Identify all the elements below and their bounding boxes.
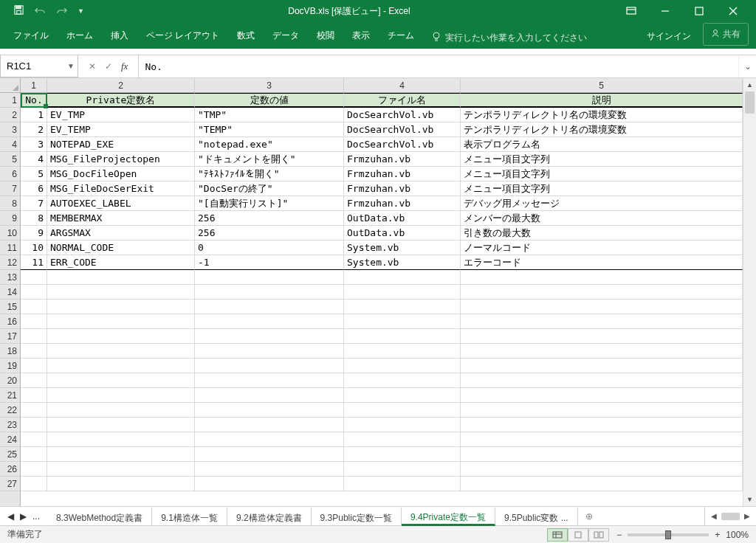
signin-link[interactable]: サインイン [638, 24, 700, 49]
cell[interactable]: メニュー項目文字列 [461, 181, 743, 196]
cell[interactable] [21, 344, 47, 359]
cell[interactable] [344, 344, 461, 359]
share-button[interactable]: 共有 [703, 23, 749, 46]
cell[interactable] [461, 329, 743, 344]
row-header[interactable]: 24 [0, 432, 20, 447]
cell[interactable] [47, 270, 195, 285]
cell[interactable] [21, 285, 47, 300]
cell[interactable] [195, 462, 344, 477]
cell[interactable] [461, 314, 743, 329]
cell[interactable]: メンバーの最大数 [461, 211, 743, 226]
chevron-down-icon[interactable]: ▼ [67, 62, 75, 70]
cell[interactable]: 9 [21, 226, 47, 241]
cell[interactable]: "notepad.exe" [195, 137, 344, 152]
row-header[interactable]: 2 [0, 108, 20, 122]
redo-icon[interactable] [56, 5, 67, 18]
cell[interactable] [461, 373, 743, 388]
minimize-button[interactable] [648, 0, 682, 22]
cells-area[interactable]: No.Private定数名定数の値ファイル名説明1EV_TMP"TMP"DocS… [21, 93, 743, 506]
cell[interactable]: 1 [21, 108, 47, 122]
cell[interactable] [47, 477, 195, 491]
row-header[interactable]: 11 [0, 241, 20, 255]
row-header[interactable]: 9 [0, 211, 20, 226]
cell[interactable] [21, 329, 47, 344]
cell[interactable]: 5 [21, 167, 47, 181]
scroll-thumb[interactable] [745, 91, 755, 114]
column-header[interactable]: 4 [344, 78, 461, 92]
close-button[interactable] [716, 0, 750, 22]
cell[interactable]: MSG_FileProjectopen [47, 152, 195, 167]
row-header[interactable]: 5 [0, 152, 20, 167]
cell[interactable] [195, 373, 344, 388]
cell[interactable] [195, 477, 344, 491]
ribbon-display-button[interactable] [614, 0, 648, 22]
cancel-icon[interactable]: ✕ [89, 61, 96, 72]
row-header[interactable]: 13 [0, 270, 20, 285]
row-header[interactable]: 3 [0, 122, 20, 137]
cell[interactable]: "[自動実行リスト]" [195, 196, 344, 211]
cell[interactable]: テンポラリディレクトリ名の環境変数 [461, 122, 743, 137]
cell[interactable]: ノーマルコード [461, 241, 743, 255]
row-header[interactable]: 16 [0, 314, 20, 329]
cell[interactable]: 3 [21, 137, 47, 152]
cell[interactable]: AUTOEXEC_LABEL [47, 196, 195, 211]
cell[interactable]: -1 [195, 255, 344, 270]
sheet-tab[interactable]: 9.2構造体定義書 [227, 507, 312, 525]
zoom-in-button[interactable]: + [715, 530, 720, 540]
cell[interactable] [47, 447, 195, 462]
scroll-down-icon[interactable]: ▼ [743, 493, 756, 506]
cell[interactable] [47, 418, 195, 432]
undo-icon[interactable] [35, 5, 46, 18]
cell[interactable]: Frmzuhan.vb [344, 152, 461, 167]
cell[interactable]: 引き数の最大数 [461, 226, 743, 241]
hscroll-thumb[interactable] [721, 513, 740, 520]
cell[interactable] [195, 300, 344, 314]
row-header[interactable]: 25 [0, 447, 20, 462]
cell[interactable] [47, 344, 195, 359]
cell[interactable] [344, 388, 461, 403]
cell[interactable] [344, 270, 461, 285]
scroll-up-icon[interactable]: ▲ [743, 78, 756, 91]
tab-pagelayout[interactable]: ページ レイアウト [137, 24, 228, 49]
cell[interactable]: テンポラリディレクトリ名の環境変数 [461, 108, 743, 122]
tab-data[interactable]: データ [264, 24, 308, 49]
zoom-level[interactable]: 100% [726, 530, 749, 540]
cell[interactable] [47, 388, 195, 403]
cell[interactable] [195, 447, 344, 462]
cell[interactable] [47, 359, 195, 373]
cell[interactable] [344, 359, 461, 373]
cell[interactable] [21, 373, 47, 388]
qat-dropdown-icon[interactable]: ▼ [78, 7, 84, 15]
cell[interactable] [461, 447, 743, 462]
cell[interactable]: "ドキュメントを開く" [195, 152, 344, 167]
cell[interactable] [461, 300, 743, 314]
cell[interactable] [344, 285, 461, 300]
cell[interactable] [344, 447, 461, 462]
cell[interactable]: "DocSerの終了" [195, 181, 344, 196]
cell[interactable]: "TEMP" [195, 122, 344, 137]
column-header[interactable]: 2 [47, 78, 195, 92]
cell[interactable]: 説明 [461, 93, 743, 108]
cell[interactable] [21, 300, 47, 314]
cell[interactable]: EV_TMP [47, 108, 195, 122]
cell[interactable] [195, 329, 344, 344]
cell[interactable]: DocSearchVol.vb [344, 108, 461, 122]
sheet-tab[interactable]: 9.4Private定数一覧 [402, 507, 495, 526]
column-header[interactable]: 3 [195, 78, 344, 92]
cell[interactable]: OutData.vb [344, 211, 461, 226]
row-header[interactable]: 12 [0, 255, 20, 270]
cell[interactable] [461, 477, 743, 491]
cell[interactable] [21, 418, 47, 432]
normal-view-icon[interactable] [547, 528, 568, 542]
cell[interactable]: 10 [21, 241, 47, 255]
row-header[interactable]: 10 [0, 226, 20, 241]
row-header[interactable]: 23 [0, 418, 20, 432]
cell[interactable] [461, 344, 743, 359]
cell[interactable]: 0 [195, 241, 344, 255]
cell[interactable]: MSG_FileDocSerExit [47, 181, 195, 196]
cell[interactable] [461, 403, 743, 418]
cell[interactable]: 11 [21, 255, 47, 270]
cell[interactable]: "TMP" [195, 108, 344, 122]
sheet-tab[interactable]: 9.5Public変数 ... [495, 507, 578, 525]
cell[interactable] [461, 462, 743, 477]
